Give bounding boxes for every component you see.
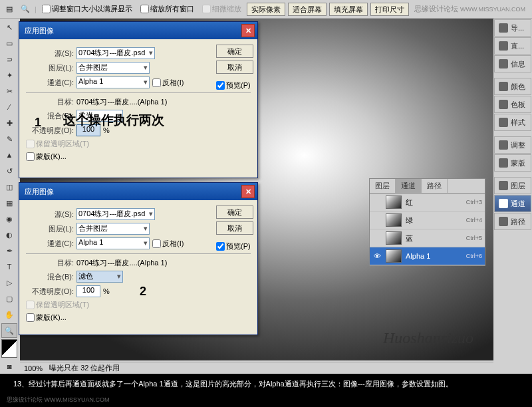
channels-panel: 图层 通道 路径 红Ctrl+3 绿Ctrl+4 蓝Ctrl+5 👁Alpha … — [369, 178, 485, 266]
marquee-tool-icon[interactable]: ▭ — [1, 36, 17, 51]
apply-image-dialog-2: 应用图像 ✕ 确定 取消 预览(P) 源(S):0704练习---磨皮.psd … — [19, 182, 258, 335]
history-brush-icon[interactable]: ↺ — [1, 164, 17, 178]
panel-tab[interactable]: 蒙版 — [494, 154, 531, 172]
zoom-level[interactable]: 100% — [24, 364, 43, 372]
status-bar: 100% 曝光只在 32 位起作用 — [20, 362, 493, 374]
layer-select[interactable]: 合并图层 — [76, 223, 150, 235]
app-menu-icon[interactable]: ▤ — [3, 3, 16, 16]
close-icon[interactable]: ✕ — [241, 24, 255, 37]
swatches-icon — [499, 100, 508, 109]
toolbox: ↖ ▭ ⊃ ✦ ✂ ⁄ ✚ ✎ ▲ ↺ ◫ ▦ ◉ ◐ ✒ T ▷ ▢ ✋ 🔍 … — [0, 19, 20, 375]
channel-row-blue[interactable]: 蓝Ctrl+5 — [370, 229, 485, 247]
mask-check[interactable]: 蒙版(K)... — [26, 313, 66, 323]
stamp-tool-icon[interactable]: ▲ — [1, 148, 17, 162]
adjust-icon — [499, 140, 508, 150]
path-tool-icon[interactable]: ▷ — [1, 275, 17, 290]
brush-tool-icon[interactable]: ✎ — [1, 132, 17, 146]
crop-tool-icon[interactable]: ✂ — [1, 84, 17, 98]
healing-tool-icon[interactable]: ✚ — [1, 116, 17, 130]
text-icon — [499, 23, 508, 33]
channel-row-alpha1[interactable]: 👁Alpha 1Ctrl+6 — [370, 247, 485, 265]
panel-tab-paths[interactable]: 路径 — [494, 213, 531, 230]
panel-tab[interactable]: 颜色 — [494, 78, 531, 95]
panel-tab-channels[interactable]: 通道 — [494, 195, 531, 212]
panel-dock: 导... 直... 信息 颜色 色板 样式 调整 蒙版 图层 通道 路径 — [493, 19, 532, 231]
eyedropper-tool-icon[interactable]: ⁄ — [1, 100, 17, 114]
color-swatch[interactable] — [1, 339, 17, 358]
zoom-all-check[interactable]: 缩放所有窗口 — [138, 4, 197, 14]
eraser-tool-icon[interactable]: ◫ — [1, 180, 17, 194]
blur-tool-icon[interactable]: ◉ — [1, 211, 17, 226]
tab-layers[interactable]: 图层 — [370, 179, 396, 193]
dodge-tool-icon[interactable]: ◐ — [1, 227, 17, 242]
dialog-titlebar[interactable]: 应用图像 ✕ — [19, 22, 257, 39]
panel-tab[interactable]: 调整 — [494, 136, 531, 154]
panel-tab[interactable]: 导... — [494, 19, 531, 37]
wand-tool-icon[interactable]: ✦ — [1, 68, 17, 82]
scrubby-zoom-check[interactable]: 细微缩放 — [200, 4, 244, 14]
annotation-number-2: 2 — [140, 285, 146, 299]
channels-icon — [499, 199, 508, 208]
apply-image-dialog-1: 应用图像 ✕ 确定 取消 预览(P) 源(S):0704练习---磨皮.psd … — [19, 21, 258, 178]
channel-row-green[interactable]: 绿Ctrl+4 — [370, 211, 485, 229]
panel-tab[interactable]: 直... — [494, 37, 531, 55]
layers-icon — [499, 181, 508, 190]
dialog-titlebar[interactable]: 应用图像 ✕ — [19, 183, 257, 200]
hand-tool-icon[interactable]: ✋ — [1, 307, 17, 322]
close-icon[interactable]: ✕ — [241, 185, 255, 198]
channel-row-red[interactable]: 红Ctrl+3 — [370, 194, 485, 211]
cancel-button[interactable]: 取消 — [216, 61, 253, 74]
channel-select[interactable]: Alpha 1 — [76, 237, 150, 249]
mask-check[interactable]: 蒙版(K)... — [26, 152, 66, 162]
mask-icon — [499, 158, 508, 168]
pen-tool-icon[interactable]: ✒ — [1, 243, 17, 258]
image-signature: Huoshanrizuo — [383, 329, 473, 347]
annotation-text-1: 这个操作执行两次 — [63, 112, 164, 129]
color-icon — [499, 82, 508, 91]
shape-tool-icon[interactable]: ▢ — [1, 291, 17, 306]
fit-screen-button[interactable]: 适合屏幕 — [288, 3, 327, 16]
source-select[interactable]: 0704练习---磨皮.psd — [76, 47, 155, 59]
cancel-button[interactable]: 取消 — [216, 221, 253, 235]
watermark-top: 思缘设计论坛 WWW.MISSYUAN.COM — [414, 4, 525, 14]
histogram-icon — [499, 41, 508, 51]
print-size-button[interactable]: 打印尺寸 — [370, 3, 409, 16]
tab-paths[interactable]: 路径 — [422, 179, 448, 193]
info-icon — [499, 59, 508, 68]
preview-check[interactable]: 预览(P) — [216, 241, 253, 251]
zoom-tool-icon[interactable]: 🔍 — [19, 3, 32, 16]
channel-select[interactable]: Alpha 1 — [76, 76, 150, 88]
source-select[interactable]: 0704练习---磨皮.psd — [76, 208, 155, 220]
panel-tab-layers[interactable]: 图层 — [494, 177, 531, 194]
type-tool-icon[interactable]: T — [1, 259, 17, 274]
lasso-tool-icon[interactable]: ⊃ — [1, 52, 17, 67]
preview-check[interactable]: 预览(P) — [216, 80, 253, 90]
paths-icon — [499, 217, 508, 226]
ok-button[interactable]: 确定 — [216, 205, 253, 219]
panel-tab[interactable]: 样式 — [494, 114, 531, 131]
gradient-tool-icon[interactable]: ▦ — [1, 196, 17, 210]
panel-tab[interactable]: 信息 — [494, 55, 531, 72]
watermark-bottom: 思缘设计论坛 WWW.MISSYUAN.COM — [7, 394, 110, 406]
fill-screen-button[interactable]: 填充屏幕 — [329, 3, 368, 16]
styles-icon — [499, 118, 508, 127]
ok-button[interactable]: 确定 — [216, 45, 253, 58]
annotation-number-1: 1 — [35, 116, 41, 130]
opacity-input[interactable]: 100 — [76, 285, 100, 297]
visibility-icon[interactable]: 👁 — [372, 252, 382, 260]
status-info: 曝光只在 32 位起作用 — [49, 363, 120, 373]
move-tool-icon[interactable]: ↖ — [1, 20, 17, 35]
actual-pixels-button[interactable]: 实际像素 — [247, 3, 285, 16]
resize-windows-check[interactable]: 调整窗口大小以满屏显示 — [39, 4, 135, 14]
invert-check[interactable]: 反相(I) — [152, 78, 184, 88]
preserve-trans-check: 保留透明区域(T) — [26, 139, 89, 149]
quickmask-icon[interactable]: ◙ — [1, 359, 17, 374]
panel-tab[interactable]: 色板 — [494, 96, 531, 113]
tab-channels[interactable]: 通道 — [396, 179, 422, 193]
preserve-trans-check: 保留透明区域(T) — [26, 300, 89, 310]
blend-select[interactable]: 滤色 — [76, 271, 123, 283]
zoom-tool-icon[interactable]: 🔍 — [1, 323, 17, 338]
layer-select[interactable]: 合并图层 — [76, 62, 150, 74]
invert-check[interactable]: 反相(I) — [152, 239, 184, 249]
tutorial-caption: 13、经过计算后再通道面板就多了一个Alpha 1通道，这是图片的高光部分，对A… — [0, 374, 532, 407]
